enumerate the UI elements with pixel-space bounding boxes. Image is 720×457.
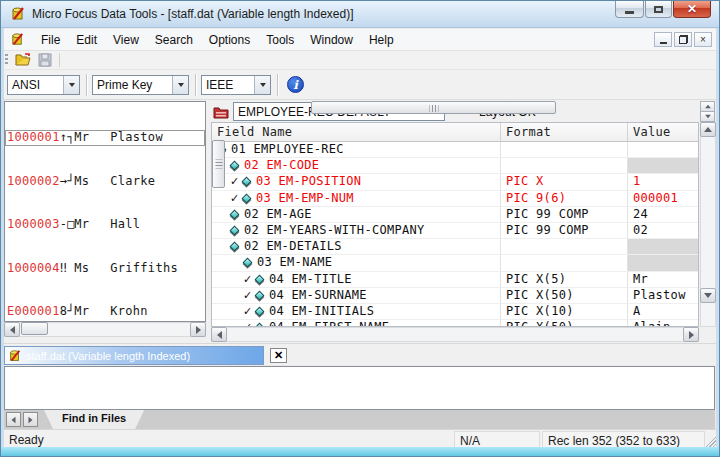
scroll-right-button[interactable]: [683, 327, 699, 342]
column-header-field-name[interactable]: Field Name: [212, 123, 501, 141]
maximize-button[interactable]: [645, 1, 672, 18]
arrow-right-icon: [196, 326, 201, 334]
mdi-minimize-icon: [660, 42, 667, 44]
save-disk-icon: [38, 53, 52, 67]
resize-grip[interactable]: [703, 434, 716, 447]
output-tab-bar: Find in Files: [4, 410, 715, 429]
field-row[interactable]: ✓03 EM-EMP-NUM PIC 9(6) 000001: [212, 191, 698, 207]
field-row[interactable]: ✓04 EM-TITLE PIC X(5) Mr: [212, 272, 698, 288]
field-diamond-icon: [230, 209, 240, 219]
check-icon: ✓: [230, 191, 242, 206]
thumb-grip: [429, 105, 438, 112]
charset-combo[interactable]: ANSI: [7, 75, 80, 95]
options-toolbar: ANSI Prime Key IEEE i: [2, 70, 718, 100]
field-row[interactable]: 02 EM-YEARS-WITH-COMPANY PIC 99 COMP 02: [212, 223, 698, 239]
float-combo-dropdown[interactable]: [254, 76, 270, 94]
open-file-button[interactable]: [12, 52, 34, 69]
column-header-value[interactable]: Value: [628, 123, 698, 141]
record-row[interactable]: 1000003-□MrHall: [5, 217, 205, 233]
grid-header: Field Name Format Value: [212, 123, 698, 142]
float-format-combo[interactable]: IEEE: [201, 75, 271, 95]
close-button[interactable]: ✕: [673, 1, 711, 18]
document-icon: [8, 349, 22, 363]
tab-scroll-right-button[interactable]: [23, 412, 38, 427]
maximize-icon: [654, 6, 663, 13]
mdi-restore-button[interactable]: [674, 32, 692, 47]
column-header-format[interactable]: Format: [501, 123, 628, 141]
scrollbar-track[interactable]: [211, 327, 699, 342]
field-row[interactable]: 03 EM-NAME: [212, 255, 698, 271]
scroll-left-button[interactable]: [4, 322, 20, 337]
record-row[interactable]: 1000001↑┐MrPlastow: [5, 130, 205, 146]
key-combo-value: Prime Key: [93, 78, 172, 92]
menu-search[interactable]: Search: [147, 30, 201, 50]
menu-window[interactable]: Window: [302, 30, 361, 50]
scroll-down-button[interactable]: [700, 288, 716, 303]
toolbar-gripper[interactable]: [5, 54, 8, 66]
scroll-right-button[interactable]: [190, 322, 206, 337]
menu-edit[interactable]: Edit: [68, 30, 105, 50]
close-icon: ✕: [687, 3, 697, 15]
window-frame-bottom: [1, 447, 719, 456]
menu-file[interactable]: File: [33, 30, 68, 50]
menu-tools[interactable]: Tools: [258, 30, 302, 50]
record-view: EMPLOYEE-REC-DEFAULT Layout OK Field Nam…: [211, 100, 716, 343]
record-row[interactable]: 1000004‼ MsGriffiths: [5, 261, 205, 277]
close-icon: ✕: [274, 349, 283, 362]
tab-scroll-left-button[interactable]: [6, 412, 21, 427]
field-diamond-icon: [230, 226, 240, 236]
field-row[interactable]: ✓03 EM-POSITION PIC X 1: [212, 174, 698, 190]
scrollbar-thumb[interactable]: [212, 140, 225, 188]
file-toolbar: [2, 51, 718, 70]
info-icon: i: [293, 78, 298, 92]
chevron-down-icon: [260, 83, 266, 87]
arrow-down-icon: [705, 115, 711, 119]
mdi-child-icon[interactable]: [10, 32, 25, 47]
mdi-restore-icon: [679, 35, 688, 44]
info-button[interactable]: i: [287, 76, 304, 93]
status-bar: Ready N/A Rec len 352 (352 to 633): [2, 429, 718, 449]
arrow-left-icon: [10, 326, 15, 334]
main-area: 1000001↑┐MrPlastow 1000002→┘MsClarke 100…: [4, 100, 716, 343]
record-row[interactable]: E0000018┘MrKrohn: [5, 304, 205, 320]
menu-help[interactable]: Help: [361, 30, 402, 50]
status-rec-len: Rec len 352 (352 to 633): [542, 431, 705, 448]
title-bar[interactable]: Micro Focus Data Tools - [staff.dat (Var…: [1, 1, 719, 28]
field-row[interactable]: 01 EMPLOYEE-REC: [212, 142, 698, 158]
tab-close-button[interactable]: ✕: [270, 348, 287, 363]
minimize-icon: [625, 11, 634, 14]
tab-find-in-files[interactable]: Find in Files: [44, 410, 144, 429]
scrollbar-thumb[interactable]: [311, 101, 556, 114]
find-results-pane[interactable]: [4, 366, 715, 410]
field-diamond-icon: [230, 161, 240, 171]
field-diamond-icon: [255, 274, 265, 284]
scroll-left-button[interactable]: [211, 327, 227, 342]
scrollbar-thumb[interactable]: [21, 322, 48, 335]
minimize-button[interactable]: [615, 1, 644, 18]
field-row[interactable]: ✓04 EM-SURNAME PIC X(50) Plastow: [212, 288, 698, 304]
key-combo[interactable]: Prime Key: [92, 75, 189, 95]
mdi-minimize-button[interactable]: [654, 32, 672, 47]
record-list[interactable]: 1000001↑┐MrPlastow 1000002→┘MsClarke 100…: [4, 101, 206, 322]
window-frame-right: [716, 28, 719, 447]
field-row[interactable]: ✓04 EM-INITIALS PIC X(10) A: [212, 304, 698, 320]
save-file-button[interactable]: [34, 52, 56, 69]
field-row[interactable]: 02 EM-CODE: [212, 158, 698, 174]
menu-view[interactable]: View: [105, 30, 147, 50]
mdi-close-button[interactable]: ×: [694, 32, 712, 47]
charset-combo-dropdown[interactable]: [63, 76, 79, 94]
menu-options[interactable]: Options: [201, 30, 258, 50]
record-layout-icon: [213, 105, 230, 120]
spin-down-button[interactable]: [700, 111, 715, 122]
scroll-up-button[interactable]: [700, 122, 716, 137]
record-row[interactable]: 1000002→┘MsClarke: [5, 174, 205, 190]
tab-staff-dat[interactable]: staff.dat (Variable length Indexed): [4, 346, 264, 365]
charset-combo-value: ANSI: [8, 78, 63, 92]
status-message: Ready: [9, 433, 44, 447]
key-combo-dropdown[interactable]: [172, 76, 188, 94]
field-row[interactable]: 02 EM-AGE PIC 99 COMP 24: [212, 207, 698, 223]
toolbar-separator: [86, 74, 87, 96]
field-row[interactable]: 02 EM-DETAILS: [212, 239, 698, 255]
app-icon: [10, 6, 26, 22]
field-row[interactable]: ✓04 EM-FIRST-NAME PIC X(50) Alain: [212, 320, 698, 327]
